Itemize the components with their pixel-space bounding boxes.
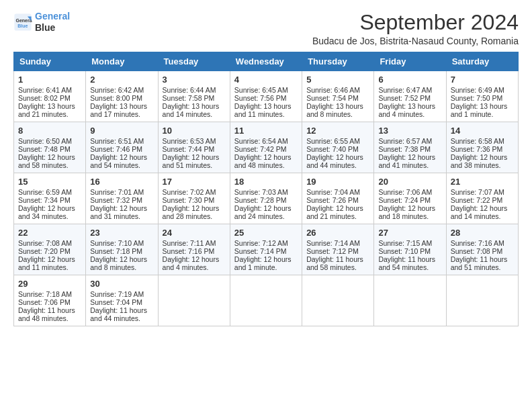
sunrise: Sunrise: 7:19 AM — [90, 290, 144, 298]
daylight: Daylight: 13 hours and 11 minutes. — [234, 102, 292, 118]
table-row: 18 Sunrise: 7:03 AM Sunset: 7:28 PM Dayl… — [230, 173, 302, 224]
daylight: Daylight: 13 hours and 17 minutes. — [90, 102, 147, 118]
day-number: 3 — [163, 75, 226, 85]
table-row: 26 Sunrise: 7:14 AM Sunset: 7:12 PM Dayl… — [302, 224, 374, 275]
daylight: Daylight: 12 hours and 24 minutes. — [234, 204, 292, 220]
table-row: 7 Sunrise: 6:49 AM Sunset: 7:50 PM Dayli… — [446, 71, 518, 122]
sunrise: Sunrise: 6:49 AM — [451, 86, 504, 94]
sunrise: Sunrise: 6:41 AM — [18, 86, 72, 94]
daylight: Daylight: 12 hours and 41 minutes. — [378, 153, 435, 169]
sunrise: Sunrise: 6:51 AM — [90, 137, 144, 145]
day-number: 2 — [90, 75, 153, 85]
sunset: Sunset: 7:24 PM — [378, 196, 431, 204]
sunrise: Sunrise: 6:54 AM — [234, 137, 288, 145]
sunrise: Sunrise: 6:59 AM — [18, 188, 72, 196]
daylight: Daylight: 12 hours and 48 minutes. — [234, 153, 292, 169]
table-row: 15 Sunrise: 6:59 AM Sunset: 7:34 PM Dayl… — [14, 173, 86, 224]
subtitle: Budacu de Jos, Bistrita-Nasaud County, R… — [312, 36, 519, 46]
daylight: Daylight: 11 hours and 48 minutes. — [18, 306, 75, 322]
sunset: Sunset: 7:48 PM — [18, 145, 71, 153]
day-number: 7 — [451, 75, 514, 85]
sunrise: Sunrise: 6:50 AM — [18, 137, 72, 145]
daylight: Daylight: 12 hours and 38 minutes. — [451, 153, 508, 169]
sunset: Sunset: 7:18 PM — [90, 247, 142, 255]
daylight: Daylight: 13 hours and 8 minutes. — [306, 102, 363, 118]
daylight: Daylight: 13 hours and 14 minutes. — [163, 102, 220, 118]
table-row — [446, 275, 518, 326]
daylight: Daylight: 13 hours and 21 minutes. — [18, 102, 75, 118]
day-number: 18 — [234, 177, 298, 187]
col-monday: Monday — [86, 52, 158, 71]
day-number: 19 — [306, 177, 369, 187]
daylight: Daylight: 12 hours and 21 minutes. — [306, 204, 363, 220]
sunset: Sunset: 8:00 PM — [90, 94, 142, 102]
sunset: Sunset: 7:10 PM — [378, 247, 431, 255]
sunset: Sunset: 7:16 PM — [163, 247, 215, 255]
table-row: 22 Sunrise: 7:08 AM Sunset: 7:20 PM Dayl… — [14, 224, 86, 275]
col-sunday: Sunday — [14, 52, 86, 71]
col-wednesday: Wednesday — [230, 52, 302, 71]
sunrise: Sunrise: 6:47 AM — [378, 86, 432, 94]
col-tuesday: Tuesday — [158, 52, 230, 71]
day-number: 16 — [90, 177, 153, 187]
sunrise: Sunrise: 7:01 AM — [90, 188, 144, 196]
sunset: Sunset: 7:28 PM — [234, 196, 287, 204]
col-saturday: Saturday — [446, 52, 518, 71]
logo-text: GeneralBlue — [35, 11, 70, 34]
table-row: 29 Sunrise: 7:18 AM Sunset: 7:06 PM Dayl… — [14, 275, 86, 326]
daylight: Daylight: 12 hours and 4 minutes. — [163, 255, 220, 271]
day-number: 24 — [163, 228, 226, 238]
daylight: Daylight: 11 hours and 58 minutes. — [306, 255, 363, 271]
table-row: 19 Sunrise: 7:04 AM Sunset: 7:26 PM Dayl… — [302, 173, 374, 224]
table-row: 5 Sunrise: 6:46 AM Sunset: 7:54 PM Dayli… — [302, 71, 374, 122]
daylight: Daylight: 12 hours and 28 minutes. — [163, 204, 220, 220]
daylight: Daylight: 12 hours and 34 minutes. — [18, 204, 75, 220]
daylight: Daylight: 11 hours and 51 minutes. — [451, 255, 508, 271]
sunset: Sunset: 7:42 PM — [234, 145, 287, 153]
daylight: Daylight: 13 hours and 1 minute. — [451, 102, 508, 118]
day-number: 22 — [18, 228, 81, 238]
day-number: 14 — [451, 126, 514, 136]
day-number: 23 — [90, 228, 153, 238]
svg-text:Blue: Blue — [17, 23, 28, 28]
daylight: Daylight: 12 hours and 11 minutes. — [18, 255, 75, 271]
sunrise: Sunrise: 6:53 AM — [163, 137, 216, 145]
sunrise: Sunrise: 7:14 AM — [306, 239, 360, 247]
sunrise: Sunrise: 7:12 AM — [234, 239, 288, 247]
daylight: Daylight: 12 hours and 58 minutes. — [18, 153, 75, 169]
table-row: 11 Sunrise: 6:54 AM Sunset: 7:42 PM Dayl… — [230, 122, 302, 173]
sunrise: Sunrise: 7:16 AM — [451, 239, 504, 247]
sunrise: Sunrise: 7:08 AM — [18, 239, 72, 247]
daylight: Daylight: 11 hours and 54 minutes. — [378, 255, 435, 271]
sunrise: Sunrise: 6:58 AM — [451, 137, 504, 145]
main-title: September 2024 — [312, 11, 519, 34]
logo: General Blue GeneralBlue — [13, 11, 70, 34]
sunset: Sunset: 7:04 PM — [90, 298, 142, 306]
sunrise: Sunrise: 6:42 AM — [90, 86, 144, 94]
sunrise: Sunrise: 7:11 AM — [163, 239, 216, 247]
table-row: 28 Sunrise: 7:16 AM Sunset: 7:08 PM Dayl… — [446, 224, 518, 275]
sunset: Sunset: 7:40 PM — [306, 145, 359, 153]
sunrise: Sunrise: 7:03 AM — [234, 188, 288, 196]
table-row: 23 Sunrise: 7:10 AM Sunset: 7:18 PM Dayl… — [86, 224, 158, 275]
calendar-header-row: Sunday Monday Tuesday Wednesday Thursday… — [14, 52, 519, 71]
day-number: 21 — [451, 177, 514, 187]
table-row: 25 Sunrise: 7:12 AM Sunset: 7:14 PM Dayl… — [230, 224, 302, 275]
daylight: Daylight: 12 hours and 54 minutes. — [90, 153, 147, 169]
day-number: 15 — [18, 177, 81, 187]
day-number: 1 — [18, 75, 81, 85]
day-number: 10 — [163, 126, 226, 136]
sunset: Sunset: 7:14 PM — [234, 247, 287, 255]
table-row: 17 Sunrise: 7:02 AM Sunset: 7:30 PM Dayl… — [158, 173, 230, 224]
table-row: 1 Sunrise: 6:41 AM Sunset: 8:02 PM Dayli… — [14, 71, 86, 122]
table-row — [302, 275, 374, 326]
table-row: 9 Sunrise: 6:51 AM Sunset: 7:46 PM Dayli… — [86, 122, 158, 173]
table-row: 2 Sunrise: 6:42 AM Sunset: 8:00 PM Dayli… — [86, 71, 158, 122]
sunset: Sunset: 7:34 PM — [18, 196, 71, 204]
daylight: Daylight: 12 hours and 14 minutes. — [451, 204, 508, 220]
sunset: Sunset: 7:32 PM — [90, 196, 142, 204]
sunset: Sunset: 7:20 PM — [18, 247, 71, 255]
daylight: Daylight: 11 hours and 44 minutes. — [90, 306, 147, 322]
sunrise: Sunrise: 6:57 AM — [378, 137, 432, 145]
day-number: 28 — [451, 228, 514, 238]
